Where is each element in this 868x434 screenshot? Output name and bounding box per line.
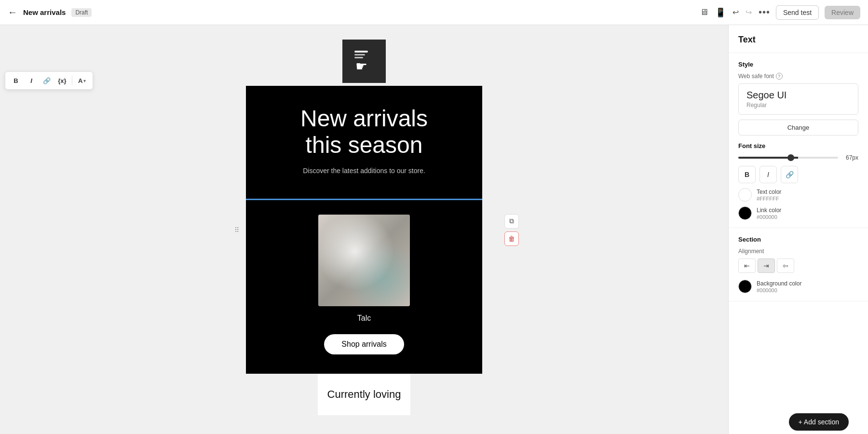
product-section[interactable]: Talc Shop arrivals (246, 200, 482, 374)
text-color-toolbar-button[interactable]: A ▾ (75, 75, 89, 86)
text-formatting-toolbar: B I 🔗 {x} A ▾ (5, 71, 93, 90)
product-image (318, 215, 410, 306)
background-color-label: Background color (757, 280, 801, 287)
bold-format-button[interactable]: B (738, 166, 756, 183)
hero-title: New arrivals this season (260, 105, 468, 158)
svg-text:☛: ☛ (355, 59, 367, 74)
right-panel: Text Style Web safe font ? Segoe UI Regu… (728, 25, 868, 434)
web-safe-font-label: Web safe font (738, 73, 774, 80)
color-a-label: A (78, 77, 82, 84)
drag-handle[interactable]: ⠿ (234, 226, 239, 234)
add-section-button[interactable]: + Add section (789, 413, 849, 431)
background-color-swatch[interactable] (738, 280, 752, 293)
alignment-label: Alignment (738, 248, 858, 255)
product-image-inner (318, 215, 410, 306)
align-center-button[interactable]: ⇥ (758, 258, 775, 273)
background-color-info: Background color #000000 (757, 280, 801, 293)
main-layout: ☛ B I 🔗 {x} A ▾ ⠿ New arrivals this seas (0, 25, 868, 434)
panel-title: Text (729, 25, 868, 53)
product-image-placeholder (318, 215, 410, 306)
web-safe-font-info-icon[interactable]: ? (776, 73, 783, 80)
background-color-hex: #000000 (757, 287, 801, 293)
canvas-area: ☛ B I 🔗 {x} A ▾ ⠿ New arrivals this seas (0, 25, 728, 434)
text-color-swatch[interactable] (738, 188, 752, 202)
background-color-row: Background color #000000 (738, 280, 858, 293)
undo-button[interactable]: ↩ (732, 8, 739, 17)
font-name: Segoe UI (746, 90, 850, 101)
svg-rect-0 (354, 51, 368, 53)
section-part-title: Section (738, 236, 858, 243)
text-color-hex: #FFFFFF (757, 196, 781, 202)
italic-format-button[interactable]: I (760, 166, 777, 183)
currently-loving-section: Currently loving (318, 374, 411, 415)
send-test-button[interactable]: Send test (776, 5, 819, 20)
font-style: Regular (746, 102, 850, 108)
align-left-button[interactable]: ⇤ (738, 258, 756, 273)
section-wrapper: ⠿ New arrivals this season Discover the … (246, 86, 482, 374)
hero-title-line2: this season (306, 132, 423, 158)
link-color-hex: #000000 (757, 214, 781, 220)
more-options-button[interactable]: ••• (759, 7, 770, 18)
hero-section[interactable]: New arrivals this season Discover the la… (246, 86, 482, 200)
change-font-button[interactable]: Change (738, 120, 858, 136)
italic-button[interactable]: I (25, 74, 38, 87)
format-buttons: B I 🔗 (738, 166, 858, 183)
section-part: Section Alignment ⇤ ⇥ ⇦ Background color… (729, 228, 868, 301)
topbar: ← New arrivals Draft 🖥 📱 ↩ ↪ ••• Send te… (0, 0, 868, 25)
logo-box: ☛ (342, 40, 386, 83)
bold-button[interactable]: B (9, 74, 23, 87)
product-name: Talc (256, 314, 473, 323)
hero-title-line1: New arrivals (300, 106, 428, 131)
style-section-title: Style (738, 61, 858, 68)
link-color-info: Link color #000000 (757, 207, 781, 220)
font-size-row: 67px (738, 154, 858, 161)
review-button: Review (825, 6, 860, 19)
web-safe-font-label-row: Web safe font ? (738, 73, 858, 80)
link-format-button[interactable]: 🔗 (781, 166, 798, 183)
shop-arrivals-button[interactable]: Shop arrivals (324, 334, 404, 354)
link-button[interactable]: 🔗 (40, 74, 54, 87)
logo-section: ☛ (342, 35, 386, 86)
currently-loving-title: Currently loving (327, 388, 401, 401)
duplicate-section-button[interactable]: ⧉ (504, 214, 519, 229)
delete-section-button[interactable]: 🗑 (504, 231, 519, 246)
color-dropdown-icon: ▾ (83, 78, 86, 83)
style-section: Style Web safe font ? Segoe UI Regular C… (729, 53, 868, 228)
draft-badge: Draft (71, 8, 92, 17)
text-color-label: Text color (757, 189, 781, 195)
variable-button[interactable]: {x} (55, 74, 69, 87)
desktop-view-icon[interactable]: 🖥 (700, 7, 708, 17)
logo-icon: ☛ (351, 48, 378, 75)
page-title: New arrivals (23, 8, 66, 16)
link-color-label: Link color (757, 207, 781, 214)
font-size-value: 67px (843, 154, 858, 161)
text-color-info: Text color #FFFFFF (757, 189, 781, 202)
font-size-label: Font size (738, 142, 858, 149)
svg-rect-2 (354, 57, 363, 58)
toolbar-divider (72, 76, 72, 85)
topbar-icons: 🖥 📱 ↩ ↪ ••• (700, 7, 770, 18)
link-color-row: Link color #000000 (738, 206, 858, 220)
font-size-slider[interactable] (738, 157, 838, 159)
back-button[interactable]: ← (8, 7, 17, 18)
link-color-swatch[interactable] (738, 206, 752, 220)
font-display: Segoe UI Regular (738, 83, 858, 115)
hero-subtitle: Discover the latest additions to our sto… (260, 167, 468, 175)
text-color-row: Text color #FFFFFF (738, 188, 858, 202)
redo-button[interactable]: ↪ (746, 8, 752, 17)
align-right-button[interactable]: ⇦ (777, 258, 794, 273)
mobile-view-icon[interactable]: 📱 (715, 7, 726, 18)
section-actions: ⧉ 🗑 (504, 214, 519, 246)
alignment-buttons: ⇤ ⇥ ⇦ (738, 258, 858, 273)
svg-rect-1 (354, 54, 365, 55)
